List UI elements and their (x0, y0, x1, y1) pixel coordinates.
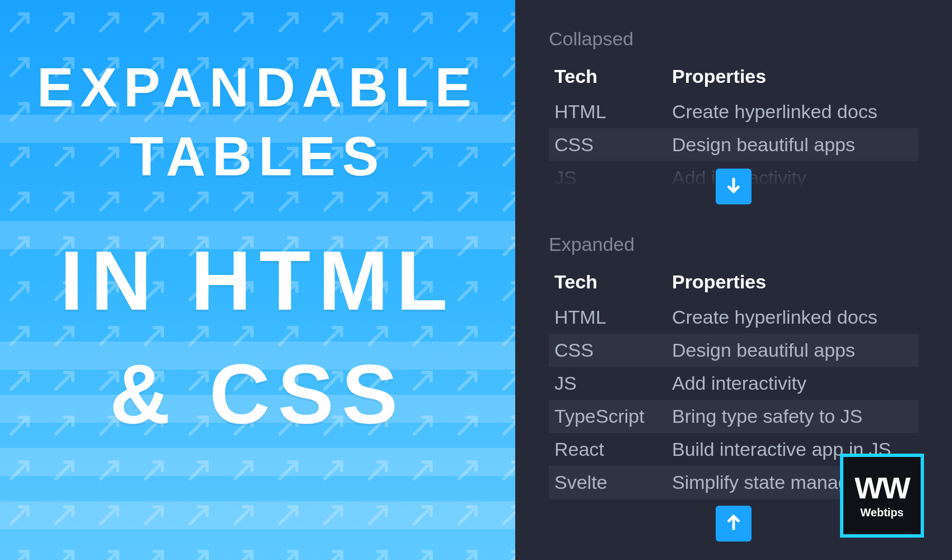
cell-tech: JS (549, 161, 666, 194)
headline: EXPANDABLE TABLES IN HTML & CSS (34, 56, 482, 442)
logo-name: Webtips (860, 506, 903, 519)
arrow-down-icon (724, 176, 743, 197)
expanded-section-title: Expanded (549, 234, 918, 255)
cell-props: Bring type safety to JS (666, 400, 918, 433)
cell-tech: HTML (549, 95, 666, 128)
cell-props: Create hyperlinked docs (666, 95, 918, 128)
col-header-tech: Tech (549, 60, 666, 95)
expand-button[interactable] (716, 169, 752, 204)
table-row: CSS Design beautiful apps (549, 128, 918, 161)
headline-line4: & CSS (34, 346, 482, 443)
cell-props: Design beautiful apps (666, 334, 918, 367)
decor-band (0, 448, 515, 476)
cell-tech: JS (549, 367, 666, 400)
col-header-props: Properties (666, 60, 918, 95)
cell-tech: CSS (549, 334, 666, 367)
cell-props: Design beautiful apps (666, 128, 918, 161)
cell-tech: HTML (549, 301, 666, 334)
table-row: JS Add interactivity (549, 367, 918, 400)
logo-mark: WW (855, 473, 909, 503)
headline-line2: TABLES (34, 125, 482, 188)
cell-tech: Svelte (549, 466, 666, 499)
headline-line3: IN HTML (34, 232, 482, 329)
table-row: HTML Create hyperlinked docs (549, 301, 918, 334)
demo-panel: Collapsed Tech Properties HTML Create hy… (515, 0, 952, 560)
cell-tech: TypeScript (549, 400, 666, 433)
collapsed-section-title: Collapsed (549, 28, 918, 50)
arrow-up-icon (724, 513, 743, 534)
hero-panel: EXPANDABLE TABLES IN HTML & CSS (0, 0, 515, 560)
webtips-logo: WW Webtips (840, 454, 924, 538)
col-header-props: Properties (666, 265, 918, 301)
table-row: CSS Design beautiful apps (549, 334, 918, 367)
cell-tech: CSS (549, 128, 666, 161)
col-header-tech: Tech (549, 265, 666, 301)
table-row: HTML Create hyperlinked docs (549, 95, 918, 128)
decor-band (0, 501, 515, 529)
cell-tech: React (549, 433, 666, 466)
cell-props: Add interactivity (666, 161, 918, 194)
table-row: TypeScript Bring type safety to JS (549, 400, 918, 433)
headline-line1: EXPANDABLE (34, 56, 482, 119)
cell-props: Add interactivity (666, 367, 918, 400)
collapsed-table-wrap: Tech Properties HTML Create hyperlinked … (549, 60, 918, 194)
cell-props: Create hyperlinked docs (666, 301, 918, 334)
collapse-button[interactable] (716, 506, 752, 542)
